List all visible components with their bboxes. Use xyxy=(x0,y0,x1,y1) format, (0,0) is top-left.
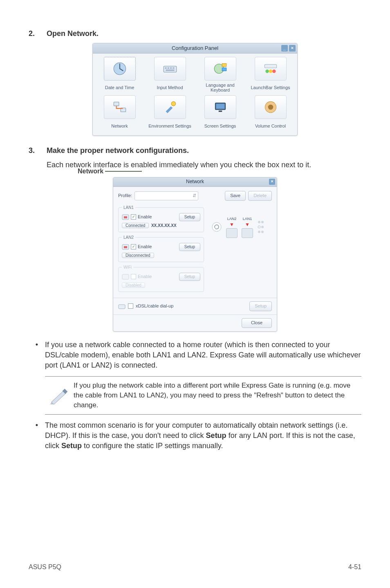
minimize-icon[interactable]: _ xyxy=(281,45,288,52)
close-icon[interactable]: × xyxy=(269,179,275,185)
port-leds-icon xyxy=(257,219,264,235)
lan2-setup-button[interactable]: Setup xyxy=(179,243,200,251)
clock-globe-icon xyxy=(111,60,128,77)
delete-button[interactable]: Delete xyxy=(248,191,272,201)
arrow-down-icon: ▼ xyxy=(245,221,250,228)
xdsl-label: xDSL/cable dial-up xyxy=(136,303,173,309)
globe-flags-icon xyxy=(212,60,229,77)
config-item-launchbar[interactable]: LaunchBar Settings xyxy=(246,57,295,93)
b2-setup-2: Setup xyxy=(61,442,82,450)
svg-rect-23 xyxy=(124,216,127,218)
lan2-enable-label: Enable xyxy=(138,244,152,250)
pencil-note-icon xyxy=(49,386,69,404)
config-item-label: LaunchBar Settings xyxy=(251,82,290,93)
save-button[interactable]: Save xyxy=(225,191,246,201)
wifi-icon xyxy=(122,274,129,280)
profile-label: Profile: xyxy=(118,193,132,199)
lan1-fieldset: LAN1 ✓ Enable Setup Connected XX.XX.X xyxy=(118,205,204,232)
svg-point-30 xyxy=(258,226,260,228)
step-3-number: 3. xyxy=(29,146,47,156)
refresh-icon[interactable] xyxy=(211,222,222,232)
diagram-lan1-label: LAN1 xyxy=(243,216,252,222)
svg-rect-34 xyxy=(119,305,125,309)
xdsl-setup-button: Setup xyxy=(249,301,272,311)
tools-icon xyxy=(161,99,179,116)
svg-rect-25 xyxy=(124,246,127,248)
note-text: If you plug the network cable into a dif… xyxy=(74,381,361,410)
config-item-network[interactable]: Network xyxy=(95,95,144,131)
config-item-environment[interactable]: Environment Settings xyxy=(146,95,194,131)
svg-point-33 xyxy=(261,231,264,233)
monitor-icon xyxy=(212,99,229,116)
wifi-enable-label: Enable xyxy=(138,274,152,280)
svg-rect-18 xyxy=(216,104,224,109)
network-dialog-title: Network xyxy=(186,178,204,185)
svg-rect-4 xyxy=(170,67,172,69)
profile-dropdown[interactable]: ⇵ xyxy=(134,191,198,200)
config-panel-title: Configuration Panel xyxy=(172,45,218,52)
footer-left: ASUS P5Q xyxy=(29,563,61,572)
network-dialog-titlebar: Network × xyxy=(113,177,277,187)
config-item-label: Network xyxy=(111,121,128,131)
svg-rect-9 xyxy=(222,68,226,71)
lan1-legend: LAN1 xyxy=(122,205,135,211)
launchbar-icon xyxy=(262,60,279,77)
lan2-legend: LAN2 xyxy=(122,235,135,240)
config-item-screen[interactable]: Screen Settings xyxy=(196,95,244,131)
close-button[interactable]: Close xyxy=(242,318,272,328)
lan1-status: Connected xyxy=(122,223,149,228)
svg-rect-6 xyxy=(166,70,174,71)
config-item-label: Date and Time xyxy=(105,82,134,93)
config-item-label: Language and Keyboard xyxy=(196,82,244,93)
bullet-icon: • xyxy=(29,420,45,451)
svg-rect-5 xyxy=(173,67,174,69)
network-callout: Network xyxy=(78,167,142,176)
callout-line-icon xyxy=(105,171,142,172)
lan-port-icon xyxy=(122,214,129,220)
diagram-lan2-label: LAN2 xyxy=(227,216,237,222)
svg-rect-1 xyxy=(164,66,177,72)
network-dialog: Network × Profile: ⇵ Save Delete LAN1 xyxy=(113,177,277,332)
svg-point-27 xyxy=(212,222,221,231)
svg-point-12 xyxy=(269,70,272,73)
config-item-label: Environment Settings xyxy=(148,121,191,131)
lan1-setup-button[interactable]: Setup xyxy=(179,213,200,221)
svg-rect-19 xyxy=(218,111,222,112)
config-item-volume[interactable]: Volume Control xyxy=(246,95,295,131)
svg-point-32 xyxy=(258,231,260,233)
config-item-label: Input Method xyxy=(157,82,183,93)
config-item-label: Volume Control xyxy=(255,121,286,131)
lan2-port-icon xyxy=(226,228,238,238)
config-panel-titlebar: Configuration Panel _ × xyxy=(93,43,297,54)
xdsl-checkbox[interactable] xyxy=(128,303,133,309)
svg-point-13 xyxy=(272,70,276,73)
config-item-date-and-time[interactable]: Date and Time xyxy=(95,57,144,93)
wifi-status: Disabled xyxy=(122,283,145,288)
bullet-2-text: The most common scenario is for your com… xyxy=(45,420,361,451)
step-3-title: Make the proper network configurations. xyxy=(47,146,189,156)
close-icon[interactable]: × xyxy=(289,45,296,52)
svg-rect-2 xyxy=(165,67,166,69)
footer-right: 4-51 xyxy=(348,563,361,572)
chevron-updown-icon: ⇵ xyxy=(193,193,196,199)
lan1-ip: XX.XX.XX.XX xyxy=(151,223,177,228)
svg-point-28 xyxy=(258,221,260,223)
svg-point-21 xyxy=(268,105,273,110)
svg-rect-3 xyxy=(167,67,169,69)
config-item-label: Screen Settings xyxy=(204,121,236,131)
bullet-icon: • xyxy=(29,340,45,371)
config-item-input-method[interactable]: Input Method xyxy=(146,57,194,93)
lan1-enable-checkbox[interactable]: ✓ xyxy=(131,214,136,220)
speaker-icon xyxy=(262,99,279,116)
lan2-enable-checkbox[interactable]: ✓ xyxy=(131,244,136,249)
wifi-setup-button: Setup xyxy=(179,273,200,281)
wifi-enable-checkbox xyxy=(131,274,136,279)
svg-rect-10 xyxy=(264,65,276,68)
keyboard-icon xyxy=(161,60,179,77)
svg-point-16 xyxy=(171,102,176,106)
svg-point-11 xyxy=(265,70,269,73)
config-item-language-keyboard[interactable]: Language and Keyboard xyxy=(196,57,244,93)
network-icon xyxy=(111,99,128,116)
lan2-fieldset: LAN2 ✓ Enable Setup Disconnected xyxy=(118,235,204,262)
arrow-down-icon: ▼ xyxy=(229,221,234,228)
